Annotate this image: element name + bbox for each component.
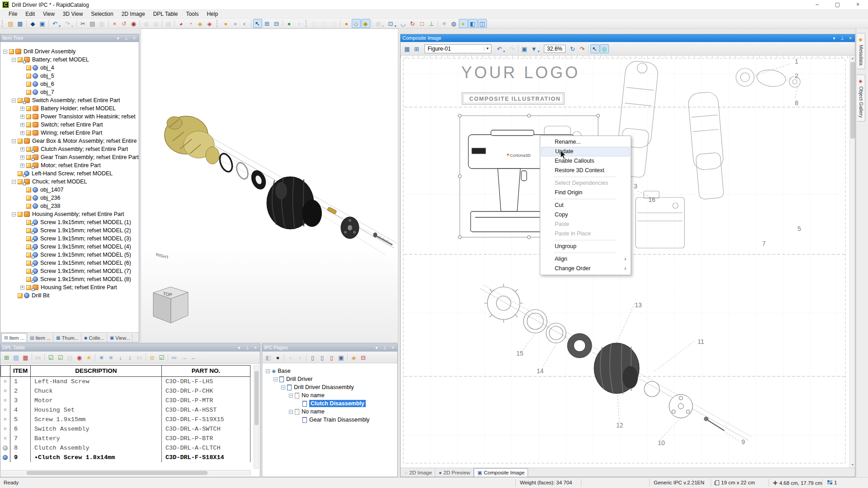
expand-toggle-icon[interactable]: + (20, 155, 24, 160)
ipc-page-item[interactable]: Gear Train Disassembly (262, 416, 397, 424)
panel-menu-icon[interactable]: ▾ (115, 35, 121, 41)
select-level-icon[interactable]: ⊟ (272, 19, 281, 28)
dpl-spread-icon[interactable]: ↕ (126, 353, 135, 362)
close-button[interactable]: × (848, 0, 868, 10)
ipc-copy-page-icon[interactable]: ▯ (318, 353, 327, 362)
dpl-numbering-icon[interactable]: ≔ (170, 353, 179, 362)
panel-close-icon[interactable]: × (253, 345, 258, 351)
dpl-move-down-icon[interactable]: ↓ (116, 353, 125, 362)
disc-part-3d[interactable] (341, 217, 359, 239)
panel-menu-icon[interactable]: ▾ (236, 345, 242, 351)
comp-undo-icon[interactable]: ↶▾ (495, 44, 504, 53)
update-view-icon[interactable]: ↻ (568, 44, 577, 53)
shade-box-icon[interactable]: ◧ (468, 19, 477, 28)
menu-item-file[interactable]: File (5, 10, 21, 19)
save-icon[interactable]: ▦ (16, 19, 25, 28)
screen-icon[interactable]: ▣ (38, 19, 47, 28)
dpl-table-row[interactable]: 9•Clutch Screw 1.8x14mmC3D-DRL-F-S18X14 (0, 453, 250, 462)
minimize-button[interactable]: – (807, 0, 827, 10)
scroll-down-icon[interactable]: ▼ (850, 462, 855, 468)
dpl-hide-item-icon[interactable]: ◉ (75, 353, 84, 362)
revert-icon[interactable]: ↺ (120, 19, 129, 28)
expand-toggle-icon[interactable]: − (12, 58, 16, 62)
expand-toggle-icon[interactable]: + (20, 123, 24, 127)
visibility-icon[interactable]: ◉ (129, 19, 138, 28)
expand-toggle-icon[interactable]: + (20, 286, 24, 290)
transform-box-icon[interactable]: ◇ (352, 19, 361, 28)
context-menu-item-restore-3d-context[interactable]: Restore 3D Context (541, 166, 630, 175)
camera-reset-icon[interactable]: ↷ (578, 44, 587, 53)
context-menu-item-copy[interactable]: Copy (541, 210, 630, 220)
expand-toggle-icon[interactable]: − (12, 180, 16, 184)
expand-toggle-icon[interactable]: − (12, 99, 16, 103)
panel-menu-icon[interactable]: ▾ (831, 35, 837, 41)
globe-icon[interactable]: ◍ (449, 19, 458, 28)
dpl-table-row[interactable]: ×3MotorC3D-DRL-P-MTR (0, 396, 250, 405)
tree-item[interactable]: −Drill Driver Assembly (0, 47, 139, 56)
pointer-select-icon[interactable]: ↖ (253, 19, 262, 28)
orbit-icon[interactable]: ◡ (399, 19, 408, 28)
wireframe-box-icon[interactable]: ◫ (478, 19, 487, 28)
tree-item[interactable]: −Chuck; refset MODEL (0, 178, 139, 186)
context-menu-item-find-origin[interactable]: Find Origin (541, 188, 630, 197)
dpl-indent-icon[interactable]: → (179, 353, 189, 362)
menu-item-2d-image[interactable]: 2D Image (118, 10, 149, 19)
ring-black-3d[interactable] (217, 152, 235, 174)
dpl-delete-table-icon[interactable]: ▦ (21, 353, 30, 362)
camera-add-icon[interactable]: ▣ (520, 44, 529, 53)
dpl-table-row[interactable]: ×7BatteryC3D-DRL-P-BTR (0, 434, 250, 443)
menu-item-selection[interactable]: Selection (87, 10, 117, 19)
publication-icon[interactable]: ◆ (28, 19, 38, 28)
clutch-housing-3d[interactable] (267, 177, 322, 229)
item-tree-tab-0[interactable]: ⊞Item ... (1, 333, 27, 342)
zoom-level-input[interactable]: 32.6% (544, 45, 566, 53)
scrollbar-thumb[interactable] (255, 371, 259, 425)
menu-item-edit[interactable]: Edit (21, 10, 39, 19)
tree-item[interactable]: obj_1407 (0, 186, 139, 194)
box-gold-icon[interactable]: ◈ (196, 19, 205, 28)
axes-icon[interactable]: ⊥ (427, 19, 436, 28)
ipc-folder-icon[interactable]: ◈ (349, 353, 359, 362)
dpl-table-row[interactable]: ×6Switch AssemblyC3D-DRL-A-SWTCH (0, 424, 250, 434)
chuck-part-3d[interactable] (165, 116, 219, 164)
render-target-icon[interactable]: ◎ (600, 44, 609, 53)
tree-item[interactable]: +Housing Set; refset Entire Part (0, 283, 139, 291)
ipc-sphere-dark-icon[interactable]: ● (274, 353, 283, 362)
save-figure-icon[interactable]: ▦ (403, 44, 412, 53)
context-menu-item-rename-[interactable]: Rename... (541, 137, 630, 147)
box-delete-icon[interactable]: ◈ (205, 19, 214, 28)
tree-item[interactable]: obj_236 (0, 194, 139, 202)
context-menu-item-enable-callouts[interactable]: Enable Callouts (541, 156, 630, 166)
dpl-table-row[interactable]: ×1Left-Hand ScrewC3D-DRL-F-LHS (0, 377, 250, 386)
panel-close-icon[interactable]: × (390, 345, 396, 351)
ipc-page-item[interactable]: −Drill Driver Disassembly (262, 383, 397, 391)
tree-item[interactable]: Screw 1.9x15mm; refset MODEL (4) (0, 243, 139, 251)
dpl-vertical-scrollbar[interactable] (254, 365, 259, 469)
tree-item[interactable]: obj_5 (0, 72, 139, 80)
tree-item[interactable]: −Battery; refset MODEL (0, 56, 139, 64)
tree-item[interactable]: obj_7 (0, 88, 139, 96)
frame-icon[interactable]: □ (418, 19, 427, 28)
dpl-align-top-icon[interactable]: ≡ (97, 353, 106, 362)
side-tab-metadata[interactable]: ◆Metadata (857, 33, 865, 69)
tree-item[interactable]: +Power Transistor with Heatsink; refset (0, 113, 139, 121)
dpl-table-row[interactable]: 8Clutch AssemblyC3D-DRL-A-CLTCH (0, 443, 250, 453)
placeholder-logo-text[interactable]: YOUR LOGO (461, 63, 580, 82)
comp-pointer-icon[interactable]: ↖ (590, 44, 599, 53)
dpl-outdent-icon[interactable]: ← (189, 353, 198, 362)
composite-vertical-scrollbar[interactable]: ▲ ▼ (849, 56, 855, 468)
menu-item-help[interactable]: Help (203, 10, 222, 19)
copy-icon[interactable]: ▤ (88, 19, 97, 28)
reset-view-icon[interactable]: ↻ (408, 19, 417, 28)
expand-toggle-icon[interactable]: − (289, 394, 293, 398)
item-tree-tab-2[interactable]: ▦Thum... (53, 333, 81, 342)
tab-composite-image[interactable]: ▣Composite Image (474, 468, 528, 477)
tree-item[interactable]: +Motor; refset Entire Part (0, 161, 139, 169)
dpl-table-row[interactable]: ×5Screw 1.9x15mmC3D-DRL-F-S19X15 (0, 415, 250, 424)
tree-item[interactable]: obj_238 (0, 202, 139, 210)
tree-item[interactable]: +Gear Train Assembly; refset Entire Part (0, 153, 139, 161)
context-menu-item-update[interactable]: Update (541, 147, 630, 156)
ipc-layers-icon[interactable]: ◧ (264, 353, 273, 362)
panel-close-icon[interactable]: × (132, 35, 137, 41)
tree-item[interactable]: Screw 1.9x15mm; refset MODEL (7) (0, 267, 139, 275)
